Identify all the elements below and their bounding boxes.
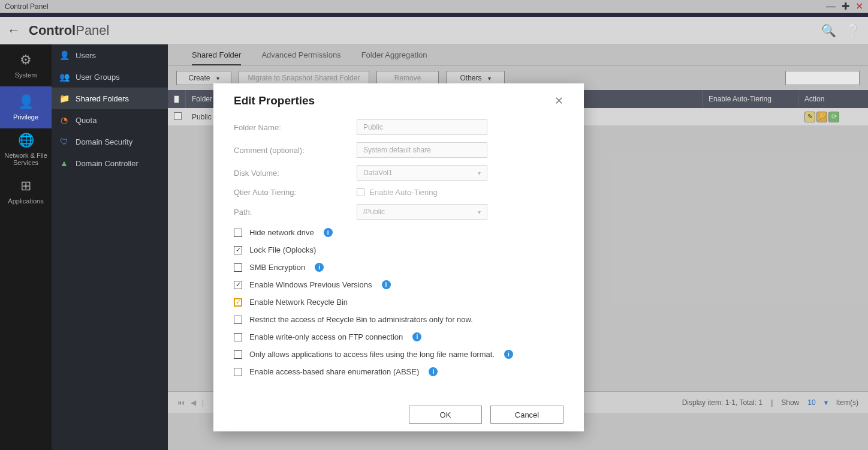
search-input[interactable] <box>786 74 868 82</box>
option-row[interactable]: Hide network drivei <box>234 228 563 237</box>
tabs: Shared Folder Advanced Permissions Folde… <box>168 44 868 66</box>
option-row[interactable]: Only allows applications to access files… <box>234 350 563 359</box>
sidebar-item-users[interactable]: 👤 Users <box>52 44 168 66</box>
search-box[interactable]: 🔍 <box>785 71 860 85</box>
tab-shared-folder[interactable]: Shared Folder <box>192 50 241 65</box>
chevron-down-icon[interactable]: ▾ <box>824 398 828 407</box>
sidebar: 👤 Users 👥 User Groups 📁 Shared Folders ◔… <box>52 44 168 450</box>
rail-network[interactable]: 🌐 Network & File Services <box>0 128 52 170</box>
display-count: Display item: 1-1, Total: 1 <box>682 398 763 407</box>
option-label: Lock File (Oplocks) <box>249 245 316 254</box>
app-title-light: Panel <box>76 23 109 38</box>
ok-button[interactable]: OK <box>409 406 482 424</box>
checkbox[interactable] <box>357 188 364 196</box>
rail-applications[interactable]: ⊞ Applications <box>0 170 52 212</box>
cancel-button[interactable]: Cancel <box>490 406 563 424</box>
checkbox[interactable] <box>234 333 242 341</box>
info-icon[interactable]: i <box>382 280 391 289</box>
user-icon: 👤 <box>18 94 34 110</box>
disk-volume-select[interactable]: DataVol1 <box>357 165 487 181</box>
info-icon[interactable]: i <box>429 367 438 376</box>
field-comment: Comment (optional): System default share <box>234 142 563 158</box>
minimize-icon[interactable]: — <box>826 2 836 11</box>
option-row[interactable]: Lock File (Oplocks) <box>234 245 563 254</box>
checkbox[interactable] <box>174 95 179 103</box>
help-icon[interactable]: ❔ <box>846 23 861 38</box>
row-actions: ✎ 🔑 ⟳ <box>798 112 868 122</box>
option-row[interactable]: SMB Encryptioni <box>234 263 563 272</box>
field-path: Path: /Public <box>234 204 563 220</box>
app-header: ← ControlPanel 🔍 ❔ <box>0 17 868 44</box>
checkbox[interactable] <box>234 246 242 254</box>
info-icon[interactable]: i <box>324 228 333 237</box>
checkbox[interactable] <box>234 316 242 324</box>
prev-page-icon[interactable]: ◀ <box>191 398 196 407</box>
close-icon[interactable]: ✕ <box>554 94 563 107</box>
checkbox[interactable] <box>234 263 242 272</box>
checkbox[interactable] <box>234 368 242 376</box>
option-label: Enable Network Recycle Bin <box>249 298 348 307</box>
sidebar-item-quota[interactable]: ◔ Quota <box>52 109 168 131</box>
option-label: Hide network drive <box>249 228 314 237</box>
edit-properties-modal: Edit Properties ✕ Folder Name: Public Co… <box>213 83 584 431</box>
search-icon[interactable]: 🔍 <box>821 23 836 38</box>
refresh-icon[interactable]: ⟳ <box>828 112 839 122</box>
window-controls: — ✚ ✕ <box>826 2 863 11</box>
rail-privilege[interactable]: 👤 Privilege <box>0 86 52 128</box>
option-label: Only allows applications to access files… <box>249 350 495 359</box>
tab-folder-aggregation[interactable]: Folder Aggregation <box>361 50 427 65</box>
checkbox[interactable] <box>234 229 242 237</box>
shield-icon: 🛡 <box>59 136 70 147</box>
pie-icon: ◔ <box>59 115 70 125</box>
sidebar-item-domain-security[interactable]: 🛡 Domain Security <box>52 131 168 152</box>
comment-input[interactable]: System default share <box>357 142 487 158</box>
option-row[interactable]: Enable Windows Previous Versionsi <box>234 280 563 289</box>
permissions-icon[interactable]: 🔑 <box>816 112 827 122</box>
info-icon[interactable]: i <box>504 350 513 359</box>
globe-icon: 🌐 <box>18 133 34 148</box>
edit-icon[interactable]: ✎ <box>804 112 815 122</box>
sidebar-item-user-groups[interactable]: 👥 User Groups <box>52 66 168 88</box>
checkbox[interactable] <box>174 112 182 120</box>
qtier-label: Qtier Auto Tiering: <box>234 188 357 197</box>
checkbox[interactable] <box>234 298 242 307</box>
rail-label: Applications <box>8 197 43 205</box>
checkbox[interactable] <box>234 281 242 289</box>
info-icon[interactable]: i <box>412 332 421 341</box>
path-select[interactable]: /Public <box>357 204 487 220</box>
option-row[interactable]: Restrict the access of Recycle Bin to ad… <box>234 315 563 324</box>
option-row[interactable]: Enable Network Recycle Bin <box>234 298 563 307</box>
rail-system[interactable]: ⚙ System <box>0 44 52 86</box>
sidebar-item-label: Shared Folders <box>76 94 129 103</box>
row-checkbox[interactable] <box>168 112 186 122</box>
maximize-icon[interactable]: ✚ <box>842 2 849 11</box>
user-icon: 👤 <box>59 50 70 61</box>
sidebar-item-domain-controller[interactable]: ▲ Domain Controller <box>52 152 168 174</box>
rail: ⚙ System 👤 Privilege 🌐 Network & File Se… <box>0 44 52 450</box>
info-icon[interactable]: i <box>315 263 324 272</box>
th-action: Action <box>798 90 868 108</box>
rail-label: System <box>15 71 37 79</box>
folder-name-input[interactable]: Public <box>357 119 487 135</box>
show-value[interactable]: 10 <box>807 398 815 407</box>
header-right: 🔍 ❔ <box>821 23 861 38</box>
field-folder-name: Folder Name: Public <box>234 119 563 135</box>
folder-name-label: Folder Name: <box>234 123 357 132</box>
app-title: ControlPanel <box>29 23 109 38</box>
first-page-icon[interactable]: ⏮ <box>177 398 185 407</box>
window-titlebar: Control Panel — ✚ ✕ <box>0 0 868 13</box>
close-icon[interactable]: ✕ <box>855 2 863 11</box>
th-auto-tiering[interactable]: Enable Auto-Tiering <box>703 90 798 108</box>
path-label: Path: <box>234 208 357 217</box>
th-checkbox[interactable] <box>168 90 186 108</box>
qtier-checkbox-row[interactable]: Enable Auto-Tiering <box>357 188 438 197</box>
qtier-chk-label: Enable Auto-Tiering <box>369 188 438 197</box>
option-row[interactable]: Enable access-based share enumeration (A… <box>234 367 563 376</box>
back-arrow-icon[interactable]: ← <box>7 23 20 38</box>
sidebar-item-shared-folders[interactable]: 📁 Shared Folders <box>52 88 168 109</box>
rail-label: Privilege <box>13 113 38 121</box>
option-row[interactable]: Enable write-only access on FTP connecti… <box>234 332 563 341</box>
folder-icon: 📁 <box>59 93 70 104</box>
checkbox[interactable] <box>234 350 242 359</box>
tab-advanced-permissions[interactable]: Advanced Permissions <box>261 50 340 65</box>
